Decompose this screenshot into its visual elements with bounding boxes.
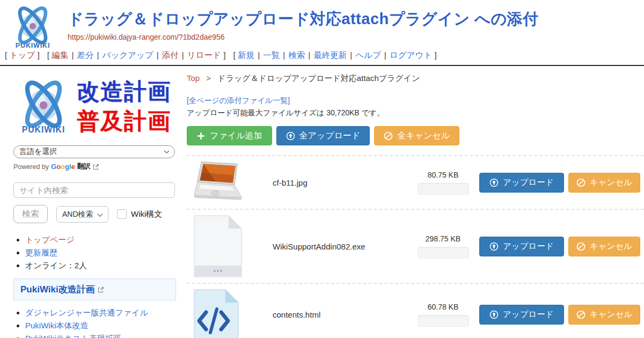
nav-item[interactable]: 添付 <box>162 50 179 60</box>
cancel-button[interactable]: キャンセル <box>568 173 640 193</box>
cancel-all-button[interactable]: 全キャンセル <box>374 126 459 145</box>
upload-all-label: 全アップロード <box>299 130 361 142</box>
cancel-button[interactable]: キャンセル <box>568 237 640 256</box>
file-thumbnail <box>192 288 273 338</box>
upload-file-list: cf-b11.jpg 80.75 KB アップロード キャンセル WikiSup… <box>187 155 644 338</box>
wiki-syntax-label: Wiki構文 <box>131 209 162 219</box>
file-progress-group: 80.75 KB <box>407 171 479 195</box>
sidebar-link[interactable]: PukiWiki本体改造 <box>25 321 89 330</box>
plus-icon <box>196 131 206 141</box>
language-select-value: 言語を選択 <box>19 147 57 156</box>
cancel-button[interactable]: キャンセル <box>568 305 640 325</box>
svg-text:PUKIWIKI: PUKIWIKI <box>22 125 65 134</box>
pukiwiki-atom-icon: PUKIWIKI <box>13 73 74 141</box>
site-search-input[interactable] <box>13 182 175 198</box>
file-name: contents.html <box>273 310 407 319</box>
sidebar-item-pukiwiki-project[interactable]: PukiWiki改造計画 <box>13 278 176 300</box>
pukiwiki-atom-icon: PUKIWIKI <box>5 2 60 53</box>
upload-circle-icon <box>489 242 499 251</box>
page-url[interactable]: https://pukiwiki.dajya-ranger.com/?1bd2d… <box>68 33 644 41</box>
nav-item[interactable]: リロード <box>187 50 221 60</box>
sidebar-link[interactable]: PukiWikiテキスト表現拡張 <box>25 334 121 338</box>
upload-label: アップロード <box>503 177 554 188</box>
banner-line1: 改造計画 <box>77 77 171 107</box>
nav-divider: | <box>258 50 260 60</box>
ban-icon <box>576 178 586 187</box>
cancel-label: キャンセル <box>590 309 632 320</box>
page-header: PUKIWIKI ドラッグ＆ドロップアップロード対応attachプラグイン への… <box>0 0 644 66</box>
upload-button[interactable]: アップロード <box>479 305 564 325</box>
project-box-label: PukiWiki改造計画 <box>20 283 95 296</box>
external-link-icon <box>93 164 99 170</box>
nav-item[interactable]: 最終更新 <box>313 50 347 60</box>
file-row: contents.html 60.78 KB アップロード キャンセル <box>187 283 644 338</box>
sidebar-link[interactable]: トップページ <box>25 235 75 244</box>
sidebar-list-item: 更新履歴 <box>25 247 177 259</box>
nav-item[interactable]: トップ <box>10 50 35 60</box>
language-select[interactable]: 言語を選択 <box>13 145 175 158</box>
file-row: cf-b11.jpg 80.75 KB アップロード キャンセル <box>187 155 644 209</box>
breadcrumb-current: ドラッグ＆ドロップアップロード対応attachプラグイン <box>217 74 420 83</box>
nav-divider: | <box>350 50 352 60</box>
search-mode-select[interactable]: AND検索 <box>56 206 108 223</box>
chevron-down-icon <box>164 150 170 154</box>
pukiwiki-project-banner[interactable]: PUKIWIKI 改造計画 普及計画 <box>13 72 177 141</box>
nav-item[interactable]: 一覧 <box>263 50 280 60</box>
upload-circle-icon <box>489 310 499 319</box>
google-logo-text: Google <box>51 163 75 171</box>
cancel-all-label: 全キャンセル <box>397 130 450 142</box>
sidebar-link[interactable]: ダジャレンジャー版共通ファイル <box>25 308 148 317</box>
file-name: cf-b11.jpg <box>273 178 407 187</box>
nav-item[interactable]: バックアップ <box>103 50 153 60</box>
ban-icon <box>384 131 393 141</box>
pukiwiki-logo-icon[interactable]: PUKIWIKI <box>5 2 60 53</box>
page-title: ドラッグ＆ドロップアップロード対応attachプラグイン への添付 <box>68 11 644 28</box>
nav-divider: | <box>384 50 386 60</box>
progress-bar <box>418 247 469 259</box>
cancel-label: キャンセル <box>590 241 632 252</box>
max-upload-size-text: アップロード可能最大ファイルサイズは 30,720KB です。 <box>187 108 644 118</box>
upload-button[interactable]: アップロード <box>479 237 564 256</box>
html-file-icon <box>192 288 240 338</box>
all-attachments-link[interactable]: [全ページの添付ファイル一覧] <box>187 96 644 106</box>
file-row: WikiSupportAddin082.exe 298.75 KB アップロード… <box>187 209 644 283</box>
translate-label[interactable]: 翻訳 <box>77 162 91 171</box>
nav-item[interactable]: ログアウト <box>390 50 432 60</box>
powered-by-text: Powered by <box>13 163 49 171</box>
sidebar-link[interactable]: 更新履歴 <box>25 248 57 257</box>
nav-divider: | <box>182 50 184 60</box>
file-name: WikiSupportAddin082.exe <box>273 242 407 251</box>
file-row-actions: アップロード キャンセル <box>479 173 644 193</box>
breadcrumb-separator: > <box>206 74 211 83</box>
nav-item[interactable]: ヘルプ <box>355 50 381 60</box>
upload-circle-icon <box>286 131 295 141</box>
nav-item[interactable]: 差分 <box>77 50 94 60</box>
banner-line2: 普及計画 <box>77 107 171 136</box>
search-button[interactable]: 検索 <box>13 205 48 223</box>
breadcrumb: Top > ドラッグ＆ドロップアップロード対応attachプラグイン <box>187 74 644 84</box>
cancel-label: キャンセル <box>590 177 632 188</box>
add-files-button[interactable]: ファイル追加 <box>187 126 272 145</box>
sidebar: PUKIWIKI 改造計画 普及計画 言語を選択 Powered by Goog… <box>0 66 178 338</box>
nav-divider: | <box>71 50 74 60</box>
upload-label: アップロード <box>503 309 554 320</box>
sidebar-list-item: トップページ <box>25 234 177 246</box>
nav-item[interactable]: 新規 <box>238 50 254 60</box>
nav-item[interactable]: 編集 <box>52 50 68 60</box>
powered-by-google: Powered by Google 翻訳 <box>13 162 177 171</box>
upload-actions: ファイル追加 全アップロード 全キャンセル <box>187 126 644 145</box>
nav-divider: | <box>157 50 159 60</box>
file-size: 80.75 KB <box>428 171 459 179</box>
upload-button[interactable]: アップロード <box>479 173 564 193</box>
external-link-icon <box>98 286 104 293</box>
wiki-syntax-checkbox[interactable] <box>117 209 127 219</box>
ban-icon <box>576 310 586 319</box>
nav-divider: | <box>97 50 99 60</box>
breadcrumb-home-link[interactable]: Top <box>187 74 200 83</box>
file-row-actions: アップロード キャンセル <box>479 305 644 325</box>
sidebar-list-item: ダジャレンジャー版共通ファイル <box>25 307 177 319</box>
nav-divider: | <box>283 50 285 60</box>
nav-item[interactable]: 検索 <box>288 50 305 60</box>
upload-all-button[interactable]: 全アップロード <box>276 126 370 145</box>
add-files-label: ファイル追加 <box>210 130 262 142</box>
